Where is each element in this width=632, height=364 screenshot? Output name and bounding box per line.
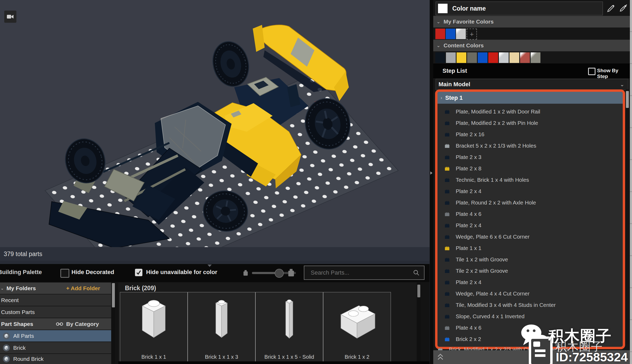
favorites-section-header[interactable]: ⌄ My Favorite Colors: [433, 16, 630, 28]
add-folder-button[interactable]: + Add Folder: [66, 285, 100, 292]
step-part-row[interactable]: Plate 4 x 6: [437, 322, 623, 333]
hide-unavailable-checkbox[interactable]: [135, 269, 142, 276]
step-part-row[interactable]: Wedge, Plate 6 x 6 Cut Corner: [437, 231, 623, 242]
step-part-row[interactable]: Plate, Round 2 x 2 with Axle Hole: [437, 197, 623, 208]
color-swatch[interactable]: [467, 52, 477, 63]
double-chevron-up-icon[interactable]: [437, 353, 444, 361]
step-part-row[interactable]: Bracket 5 x 2 x 2 1/3 with 2 Holes: [437, 140, 623, 151]
sidebar-scrollbar-thumb[interactable]: [112, 283, 115, 307]
color-swatch[interactable]: [520, 52, 530, 63]
brick-icon: [444, 154, 450, 160]
model-3d-scene: [0, 0, 430, 264]
color-swatch[interactable]: [435, 29, 445, 39]
hide-decorated-checkbox[interactable]: [60, 269, 69, 278]
step-part-row[interactable]: Plate, Modified 1 x 2 with Door Rail: [437, 106, 623, 117]
palette-bottom-strip: [118, 361, 430, 364]
step-part-row[interactable]: Tile 1 x 2 with Groove: [437, 254, 623, 265]
step-part-row[interactable]: Plate 1 x 1: [437, 242, 623, 254]
favorites-title: My Favorite Colors: [444, 19, 494, 25]
viewport-3d[interactable]: 379 total parts: [0, 0, 430, 264]
step-part-row[interactable]: Plate 2 x 8: [437, 163, 623, 174]
part-tile-brick-1x1x5[interactable]: Brick 1 x 1 x 5 - Solid: [255, 292, 323, 362]
brick-icon: [444, 188, 450, 194]
color-swatch[interactable]: [509, 52, 519, 63]
step-part-row[interactable]: Plate 2 x 4: [437, 220, 623, 231]
step-part-row[interactable]: Plate, Modified 2 x 2 with Pin Hole: [437, 117, 623, 129]
total-parts-bar: 379 total parts: [0, 247, 430, 261]
step-part-row[interactable]: Brick 2 x 2: [437, 333, 623, 345]
size-slider-thumb[interactable]: [275, 269, 284, 278]
sidebar-my-folders[interactable]: ⌄ My Folders + Add Folder: [0, 283, 111, 294]
search-parts-input[interactable]: [310, 269, 413, 276]
eyedropper-icon[interactable]: [619, 4, 628, 13]
show-by-step-checkbox[interactable]: [588, 68, 595, 75]
building-palette-panel: Building Palette Hide Decorated Hide una…: [0, 264, 430, 364]
sidebar-item-custom-parts[interactable]: Custom Parts: [0, 306, 111, 318]
sidebar-item-all-parts[interactable]: All Parts: [0, 330, 111, 342]
recent-label: Recent: [1, 297, 19, 303]
part-name: Plate 1 x 1: [456, 245, 481, 251]
color-swatch[interactable]: [446, 29, 455, 39]
add-favorite-color-button[interactable]: +: [467, 29, 477, 40]
brick-icon: [444, 211, 450, 217]
step-part-row[interactable]: Technic, Brick 1 x 4 with Holes: [437, 174, 623, 185]
search-icon: [413, 269, 420, 276]
current-color-selector[interactable]: Color name: [436, 2, 603, 15]
part-tile-brick-1x1[interactable]: Brick 1 x 1: [120, 292, 188, 362]
step-part-row[interactable]: Plate 4 x 6: [437, 208, 623, 220]
main-model-dropdown[interactable]: Main Model ⌄: [436, 79, 628, 90]
current-color-label: Color name: [452, 5, 486, 12]
chevron-down-icon: ⌄: [620, 81, 624, 88]
step-part-row[interactable]: Plate 2 x 16: [437, 129, 623, 140]
color-swatch[interactable]: [488, 52, 498, 63]
color-swatch[interactable]: [435, 52, 445, 63]
color-swatch[interactable]: [531, 52, 540, 63]
brick-category-label: Brick: [13, 345, 26, 351]
color-swatch[interactable]: [478, 52, 487, 63]
splitter-collapse-icon[interactable]: [430, 171, 432, 175]
step-part-row[interactable]: Tile, Modified 3 x 4 with 4 Studs in Cen…: [437, 299, 623, 311]
part-tile-brick-1x1x3[interactable]: Brick 1 x 1 x 3: [188, 292, 255, 362]
color-swatch[interactable]: [446, 52, 456, 63]
sidebar-item-round-brick[interactable]: Round Brick: [0, 354, 111, 364]
step-part-row[interactable]: Tile 2 x 2 with Groove: [437, 265, 623, 276]
wheel-rear-left: [208, 38, 254, 90]
step1-header[interactable]: › Step 1: [437, 92, 623, 104]
step-list-scrollbar-thumb[interactable]: [626, 91, 629, 108]
part-shapes-label: Part Shapes: [1, 321, 33, 327]
step-part-row[interactable]: Plate 2 x 4: [437, 185, 623, 197]
by-category-button[interactable]: By Category: [66, 321, 99, 327]
content-colors-section-header[interactable]: ⌄ Content Colors: [433, 40, 630, 51]
brick-icon: [444, 257, 450, 262]
parts-scrollbar-thumb[interactable]: [417, 285, 420, 297]
brick-icon: [444, 222, 450, 228]
search-parts-box[interactable]: [304, 266, 425, 280]
step-part-row[interactable]: Plate 2 x 3: [437, 151, 623, 163]
step-list-scrollbar[interactable]: [626, 89, 629, 344]
sidebar-part-shapes[interactable]: Part Shapes By Category: [0, 318, 111, 330]
paint-brush-icon[interactable]: [607, 4, 616, 13]
content-swatches-row: [433, 52, 630, 65]
part-tile-brick-1x2[interactable]: Brick 1 x 2: [323, 292, 391, 362]
palette-collapse-icon[interactable]: [207, 265, 212, 267]
brick-1x1x5-render: [256, 292, 323, 343]
color-swatch[interactable]: [456, 29, 466, 39]
step-list-highlight-box: › Step 1 Plate, Modified 1 x 2 with Door…: [435, 89, 625, 349]
round-brick-label: Round Brick: [13, 356, 43, 362]
part-name: Bracket 5 x 2 x 2 1/3 with 2 Holes: [456, 143, 536, 149]
part-name: Plate 2 x 4: [456, 188, 481, 194]
step-part-row[interactable]: Slope, Curved 4 x 1 Inverted: [437, 311, 623, 322]
color-swatch[interactable]: [457, 52, 466, 63]
step-part-row[interactable]: Plate 2 x 4: [437, 276, 623, 288]
palette-toolbar: Building Palette Hide Decorated Hide una…: [0, 264, 430, 282]
camera-button[interactable]: [4, 11, 16, 23]
part-name: Brick 2 x 2: [456, 336, 481, 342]
color-swatch[interactable]: [499, 52, 509, 63]
part-name: Plate, Round 2 x 2 with Axle Hole: [456, 199, 536, 206]
part-name: Plate 4 x 6: [456, 211, 481, 217]
step-part-row[interactable]: Wedge, Plate 4 x 4 Cut Corner: [437, 288, 623, 299]
sidebar-item-brick[interactable]: Brick: [0, 342, 111, 353]
sidebar-item-recent[interactable]: Recent: [0, 294, 111, 306]
palette-title: Building Palette: [0, 269, 42, 276]
window-edge-scrollbar[interactable]: [630, 0, 632, 364]
